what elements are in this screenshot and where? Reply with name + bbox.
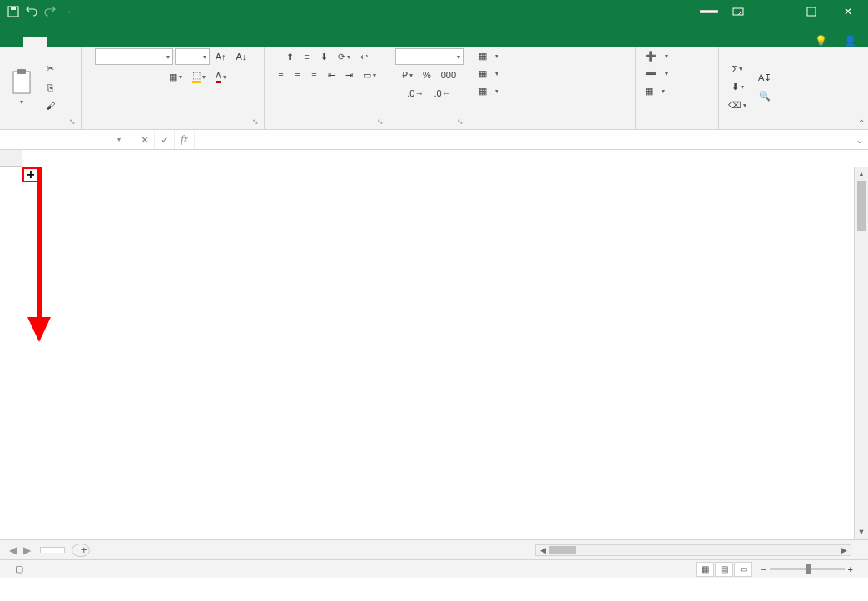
format-painter-icon[interactable]: 🖌 — [42, 97, 59, 114]
align-center-icon[interactable]: ≡ — [290, 67, 305, 83]
align-right-icon[interactable]: ≡ — [307, 67, 322, 83]
select-all-corner[interactable] — [0, 150, 22, 167]
tab-formulas[interactable] — [93, 37, 117, 47]
sheet-nav-prev-icon[interactable]: ◀ — [7, 544, 19, 556]
undo-icon[interactable] — [25, 5, 38, 18]
tab-home[interactable] — [23, 37, 47, 47]
redo-icon[interactable] — [43, 5, 57, 18]
cell-styles-icon: ▦ — [479, 86, 487, 97]
macro-record-icon[interactable]: ▢ — [15, 564, 23, 574]
vscroll-thumb[interactable] — [857, 181, 866, 231]
borders-icon[interactable]: ▦ — [165, 68, 186, 85]
font-launcher-icon[interactable]: ⤡ — [252, 117, 259, 126]
accounting-format-icon[interactable]: ₽ — [398, 67, 417, 83]
percent-icon[interactable]: % — [419, 67, 435, 83]
clipboard-launcher-icon[interactable]: ⤡ — [69, 117, 76, 126]
font-size-combo[interactable] — [175, 48, 210, 65]
increase-decimal-icon[interactable]: .0→ — [403, 85, 428, 102]
find-select-icon[interactable]: 🔍 — [754, 88, 776, 105]
cancel-formula-icon[interactable]: ✕ — [135, 130, 155, 149]
tab-view[interactable] — [163, 37, 186, 47]
tab-developer[interactable] — [186, 37, 210, 47]
shrink-font-icon[interactable]: A↓ — [232, 48, 251, 65]
login-button[interactable] — [700, 10, 718, 13]
tab-review[interactable] — [140, 37, 163, 47]
wrap-text-icon[interactable]: ↩ — [356, 48, 372, 65]
hscroll-thumb[interactable] — [549, 546, 576, 554]
format-as-table-button[interactable]: ▦ — [474, 66, 630, 82]
sort-filter-icon[interactable]: A↧ — [754, 70, 776, 87]
merge-icon[interactable]: ▭ — [359, 67, 380, 83]
tab-data[interactable] — [117, 37, 140, 47]
save-icon[interactable] — [7, 5, 20, 18]
number-format-combo[interactable] — [395, 48, 464, 65]
share-button[interactable]: 👤 — [844, 35, 860, 47]
tab-insert[interactable] — [47, 37, 70, 47]
copy-icon[interactable]: ⎘ — [42, 79, 59, 96]
decrease-indent-icon[interactable]: ⇤ — [324, 67, 340, 83]
cell-styles-button[interactable]: ▦ — [474, 83, 630, 99]
orientation-icon[interactable]: ⟳ — [334, 48, 355, 65]
zoom-in-icon[interactable]: + — [848, 564, 853, 574]
horizontal-scrollbar[interactable]: ◀ ▶ — [535, 544, 851, 556]
sheet-nav-next-icon[interactable]: ▶ — [21, 544, 33, 556]
expand-formula-bar-icon[interactable]: ⌄ — [851, 134, 868, 146]
delete-cells-button[interactable]: ➖ — [641, 66, 713, 82]
maximize-icon[interactable] — [795, 0, 828, 23]
grow-font-icon[interactable]: A↑ — [211, 48, 231, 65]
qat-customize-icon[interactable] — [62, 5, 75, 18]
tab-help[interactable] — [210, 37, 233, 47]
enter-formula-icon[interactable]: ✓ — [155, 130, 175, 149]
minimize-icon[interactable]: — — [758, 0, 791, 23]
close-icon[interactable]: ✕ — [831, 0, 865, 23]
scroll-right-icon[interactable]: ▶ — [837, 546, 851, 554]
add-sheet-icon[interactable]: + — [72, 544, 90, 557]
sheet-tab[interactable] — [40, 547, 65, 553]
underline-button[interactable] — [148, 68, 163, 85]
conditional-formatting-button[interactable]: ▦ — [474, 48, 630, 64]
font-color-icon[interactable]: A — [211, 68, 231, 85]
page-break-view-icon[interactable]: ▭ — [734, 562, 752, 577]
name-box[interactable]: ▾ — [0, 130, 126, 149]
autosum-icon[interactable]: Σ — [724, 61, 751, 77]
align-middle-icon[interactable]: ≡ — [300, 48, 315, 65]
align-left-icon[interactable]: ≡ — [274, 67, 289, 83]
insert-cells-button[interactable]: ➕ — [641, 48, 713, 64]
comma-style-icon[interactable]: 000 — [437, 67, 460, 83]
spreadsheet-grid: + ▲ ▼ — [0, 150, 868, 539]
number-launcher-icon[interactable]: ⤡ — [457, 117, 464, 126]
align-top-icon[interactable]: ⬆ — [282, 48, 298, 65]
zoom-slider[interactable]: − + — [761, 564, 853, 574]
align-launcher-icon[interactable]: ⤡ — [377, 117, 384, 126]
scroll-up-icon[interactable]: ▲ — [855, 167, 868, 181]
bold-button[interactable] — [115, 68, 130, 85]
insert-function-icon[interactable]: fx — [175, 130, 195, 149]
zoom-out-icon[interactable]: − — [761, 564, 766, 574]
fill-color-icon[interactable]: ⬚ — [188, 68, 210, 85]
fill-handle-cursor[interactable]: + — [22, 167, 39, 182]
format-cells-button[interactable]: ▦ — [641, 83, 713, 99]
tab-file[interactable] — [0, 37, 23, 47]
italic-button[interactable] — [131, 68, 146, 85]
align-bottom-icon[interactable]: ⬇ — [316, 48, 332, 65]
ribbon-display-icon[interactable] — [722, 0, 755, 23]
lightbulb-icon: 💡 — [815, 35, 827, 47]
ribbon: ▾ ✂ ⎘ 🖌 ⤡ A↑ A↓ ▦ ⬚ A — [0, 47, 868, 130]
decrease-decimal-icon[interactable]: .0← — [430, 85, 455, 102]
normal-view-icon[interactable]: ▦ — [696, 562, 714, 577]
tell-me[interactable]: 💡 — [815, 35, 831, 47]
scroll-down-icon[interactable]: ▼ — [855, 525, 868, 539]
increase-indent-icon[interactable]: ⇥ — [341, 67, 357, 83]
ribbon-tabs: 💡 👤 — [0, 23, 868, 47]
scroll-left-icon[interactable]: ◀ — [536, 546, 549, 554]
vertical-scrollbar[interactable]: ▲ ▼ — [854, 167, 868, 539]
clear-icon[interactable]: ⌫ — [724, 97, 751, 114]
paste-button[interactable]: ▾ — [5, 65, 38, 109]
font-name-combo[interactable] — [95, 48, 173, 65]
collapse-ribbon-icon[interactable]: ⌃ — [858, 118, 865, 127]
fill-icon[interactable]: ⬇ — [724, 79, 751, 96]
zoom-thumb[interactable] — [806, 564, 811, 574]
page-layout-view-icon[interactable]: ▤ — [715, 562, 733, 577]
cut-icon[interactable]: ✂ — [42, 61, 59, 77]
tab-page-layout[interactable] — [70, 37, 93, 47]
